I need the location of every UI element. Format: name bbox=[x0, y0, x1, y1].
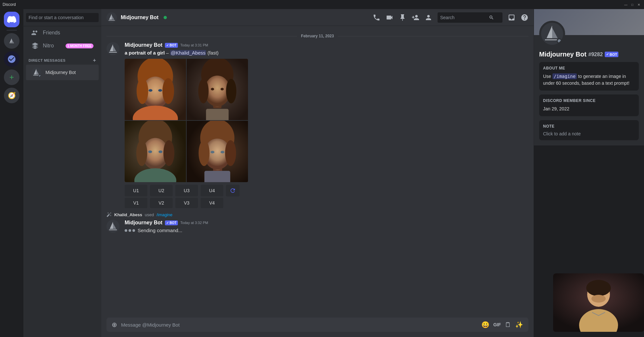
right-panel-header-bg bbox=[534, 9, 644, 35]
search-icon[interactable] bbox=[488, 14, 495, 21]
nitro-icon bbox=[31, 42, 39, 50]
chat-header-actions bbox=[373, 12, 528, 23]
svg-point-23 bbox=[198, 79, 209, 104]
message-author-2: Midjourney Bot bbox=[125, 220, 162, 226]
chat-header: Midjourney Bot bbox=[101, 9, 534, 26]
discord-home-icon[interactable] bbox=[4, 12, 19, 27]
refresh-button[interactable] bbox=[226, 185, 240, 196]
system-command[interactable]: /imagine bbox=[156, 212, 172, 217]
portrait-image-3[interactable] bbox=[125, 121, 186, 182]
highlight-command: /imagine bbox=[552, 73, 577, 79]
help-icon[interactable] bbox=[521, 14, 528, 21]
video-overlay bbox=[553, 273, 644, 332]
message-avatar-2 bbox=[106, 220, 119, 233]
message-time-2: Today at 3:32 PM bbox=[180, 221, 208, 225]
u4-button[interactable]: U4 bbox=[201, 185, 223, 196]
note-title: NOTE bbox=[543, 124, 635, 129]
add-dm-button[interactable]: + bbox=[93, 57, 96, 63]
bot-badge-2: ✓ BOT bbox=[165, 220, 178, 225]
svg-point-22 bbox=[220, 88, 224, 91]
portrait-image-2[interactable] bbox=[187, 59, 248, 120]
system-message: Khalid_Abess used /imagine bbox=[101, 211, 534, 218]
right-panel: Midjourney Bot#9282 ✓ BOT ABOUT ME Use /… bbox=[534, 9, 644, 145]
dot-2 bbox=[129, 229, 131, 232]
dm-section-title: DIRECT MESSAGES bbox=[29, 58, 66, 62]
v-action-buttons: V1 V2 V3 V4 bbox=[125, 198, 528, 208]
sticker-icon[interactable]: 🗒 bbox=[505, 321, 511, 329]
v4-button[interactable]: V4 bbox=[201, 198, 223, 208]
u2-button[interactable]: U2 bbox=[150, 185, 173, 196]
sending-text: Sending command... bbox=[138, 227, 182, 234]
action-buttons: U1 U2 U3 U4 bbox=[125, 185, 528, 196]
nitro-emoji-icon[interactable]: ✨ bbox=[515, 321, 523, 329]
portrait-image-4[interactable] bbox=[187, 121, 248, 182]
server-icon-1[interactable] bbox=[4, 33, 19, 49]
add-server-icon[interactable]: + bbox=[4, 69, 19, 85]
image-grid[interactable] bbox=[125, 59, 248, 182]
mention-1[interactable]: @Khalid_Abess bbox=[170, 50, 206, 56]
inbox-icon[interactable] bbox=[508, 14, 515, 21]
svg-point-53 bbox=[594, 292, 597, 295]
svg-point-30 bbox=[148, 151, 152, 153]
maximize-button[interactable]: □ bbox=[630, 2, 635, 7]
friends-nav-item[interactable]: Friends bbox=[26, 26, 99, 39]
dm-user-name: Midjourney Bot bbox=[45, 70, 76, 75]
right-panel-wrapper: Midjourney Bot#9282 ✓ BOT ABOUT ME Use /… bbox=[534, 9, 644, 337]
dm-search-input[interactable] bbox=[26, 13, 99, 22]
minimize-button[interactable]: — bbox=[623, 2, 628, 7]
emoji-people-icon[interactable]: 😀 bbox=[481, 321, 489, 329]
v3-button[interactable]: V3 bbox=[175, 198, 198, 208]
about-text-1: Use bbox=[543, 74, 552, 79]
nitro-label: Nitro bbox=[43, 43, 54, 49]
u1-button[interactable]: U1 bbox=[125, 185, 147, 196]
system-used: used bbox=[145, 212, 154, 217]
panel-username: Midjourney Bot bbox=[539, 51, 587, 58]
gif-icon[interactable]: GIF bbox=[493, 322, 501, 327]
titlebar: Discord — □ ✕ bbox=[0, 0, 644, 9]
about-me-title: ABOUT ME bbox=[543, 66, 635, 70]
add-attachment-icon[interactable]: ⊕ bbox=[112, 321, 117, 329]
titlebar-title: Discord bbox=[3, 2, 623, 7]
svg-point-50 bbox=[586, 280, 611, 296]
server-icon-ai[interactable] bbox=[4, 51, 19, 67]
v2-button[interactable]: V2 bbox=[150, 198, 173, 208]
svg-point-39 bbox=[211, 151, 215, 154]
panel-bot-badge: ✓ BOT bbox=[605, 52, 618, 57]
message-text-1: a portrait of a girl – @Khalid_Abess (fa… bbox=[125, 49, 528, 56]
sending-dots bbox=[125, 229, 135, 232]
dot-1 bbox=[125, 229, 127, 232]
app-body: + 🧭 Friends Nitro bbox=[0, 9, 644, 337]
message-avatar-1 bbox=[106, 42, 119, 55]
friends-label: Friends bbox=[43, 30, 60, 36]
titlebar-controls: — □ ✕ bbox=[623, 2, 641, 7]
chat-input[interactable] bbox=[121, 318, 477, 331]
message-time-1: Today at 3:31 PM bbox=[180, 43, 208, 47]
nitro-nav-item[interactable]: Nitro 1 MONTH FREE bbox=[26, 39, 99, 52]
svg-point-40 bbox=[220, 151, 224, 154]
explore-servers-icon[interactable]: 🧭 bbox=[4, 88, 19, 103]
add-member-icon[interactable] bbox=[412, 14, 419, 21]
message-content-2: Midjourney Bot ✓ BOT Today at 3:32 PM bbox=[125, 220, 528, 234]
portrait-image-1[interactable] bbox=[125, 59, 186, 120]
video-icon[interactable] bbox=[386, 14, 393, 21]
svg-point-21 bbox=[211, 88, 214, 91]
pin-icon[interactable] bbox=[399, 14, 406, 21]
close-button[interactable]: ✕ bbox=[636, 2, 641, 7]
phone-icon[interactable] bbox=[373, 14, 380, 21]
profile-icon[interactable] bbox=[425, 14, 432, 21]
search-input[interactable] bbox=[440, 15, 486, 20]
note-section: NOTE Click to add a note bbox=[539, 120, 639, 140]
nitro-badge: 1 MONTH FREE bbox=[66, 44, 93, 48]
v1-button[interactable]: V1 bbox=[125, 198, 147, 208]
svg-point-42 bbox=[225, 140, 236, 166]
svg-point-12 bbox=[149, 89, 153, 92]
note-input[interactable]: Click to add a note bbox=[543, 131, 635, 136]
dm-user-midjourney[interactable]: Midjourney Bot bbox=[26, 65, 99, 80]
member-since-title: DISCORD MEMBER SINCE bbox=[543, 98, 635, 103]
date-text: February 11, 2023 bbox=[301, 34, 334, 38]
message-content-1: Midjourney Bot ✓ BOT Today at 3:31 PM a … bbox=[125, 42, 528, 208]
bot-badge-1: ✓ BOT bbox=[165, 43, 178, 48]
u3-button[interactable]: U3 bbox=[175, 185, 198, 196]
about-me-text: Use /imagine to generate an image in und… bbox=[543, 73, 635, 87]
server-rail: + 🧭 bbox=[0, 9, 23, 337]
